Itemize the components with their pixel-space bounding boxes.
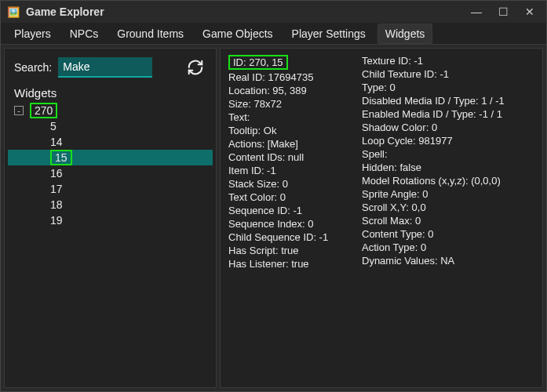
property-row: Loop Cycle: 981977 (362, 135, 534, 147)
titlebar: 🖼️ Game Explorer ― ☐ ✕ (1, 1, 546, 23)
maximize-button[interactable]: ☐ (493, 5, 513, 18)
details-col-1: ID: 270, 15Real ID: 17694735Location: 95… (228, 55, 354, 270)
property-row: Texture ID: -1 (362, 55, 534, 67)
expander-icon[interactable]: - (14, 106, 24, 115)
property-row: Has Script: true (228, 245, 354, 256)
property-row: Disabled Media ID / Type: 1 / -1 (362, 95, 534, 107)
property-row: Real ID: 17694735 (228, 71, 354, 83)
sidebar: Search: Widgets -2705141516171819 (4, 48, 217, 388)
refresh-button[interactable] (184, 56, 206, 78)
tree-child-label: 15 (50, 150, 72, 165)
tab-player-settings[interactable]: Player Settings (285, 24, 373, 43)
widget-tree[interactable]: -2705141516171819 (8, 103, 213, 383)
search-input[interactable] (58, 57, 152, 78)
close-button[interactable]: ✕ (520, 5, 540, 18)
tab-bar: PlayersNPCsGround ItemsGame ObjectsPlaye… (1, 23, 546, 45)
property-row: Text Color: 0 (228, 191, 354, 203)
tree-child-node[interactable]: 5 (8, 118, 213, 134)
property-row: ID: 270, 15 (228, 55, 288, 70)
tree-child-node[interactable]: 16 (8, 165, 213, 181)
minimize-button[interactable]: ― (466, 5, 487, 18)
property-row: Location: 95, 389 (228, 85, 354, 96)
property-row: Actions: [Make] (228, 138, 354, 150)
tree-child-node[interactable]: 14 (8, 134, 213, 150)
app-icon: 🖼️ (7, 5, 20, 18)
property-row: Content IDs: null (228, 151, 354, 163)
property-row: Scroll X,Y: 0,0 (362, 201, 534, 213)
property-row: Item ID: -1 (228, 165, 354, 176)
property-row: Spell: (362, 148, 534, 160)
tree-root-node[interactable]: -270 (8, 103, 213, 118)
tree-child-node[interactable]: 18 (8, 197, 213, 212)
content: Search: Widgets -2705141516171819 ID: 27… (1, 45, 546, 391)
search-label: Search: (14, 61, 52, 74)
property-row: Shadow Color: 0 (362, 122, 534, 133)
property-row: Sprite Angle: 0 (362, 188, 534, 200)
property-row: Stack Size: 0 (228, 178, 354, 190)
property-row: Text: (228, 111, 354, 123)
property-row: Child Sequence ID: -1 (228, 231, 354, 243)
property-row: Child Texture ID: -1 (362, 68, 534, 80)
tree-header: Widgets (8, 86, 213, 103)
details-col-2: Texture ID: -1Child Texture ID: -1Type: … (362, 55, 534, 270)
property-row: Action Type: 0 (362, 241, 534, 253)
window-title: Game Explorer (26, 5, 104, 18)
search-row: Search: (8, 53, 213, 86)
property-row: Scroll Max: 0 (362, 215, 534, 227)
property-row: Size: 78x72 (228, 98, 354, 110)
tree-child-node[interactable]: 19 (8, 212, 213, 228)
property-row: Enabled Media ID / Type: -1 / 1 (362, 108, 534, 120)
tab-npcs[interactable]: NPCs (63, 24, 106, 43)
tab-widgets[interactable]: Widgets (377, 24, 433, 44)
property-row: Dynamic Values: NA (362, 255, 534, 267)
property-row: Tooltip: Ok (228, 125, 354, 136)
property-row: Sequence Index: 0 (228, 218, 354, 230)
tree-child-node[interactable]: 17 (8, 181, 213, 197)
property-row: Has Listener: true (228, 258, 354, 270)
tab-players[interactable]: Players (7, 24, 58, 43)
tab-game-objects[interactable]: Game Objects (195, 24, 279, 43)
details-panel: ID: 270, 15Real ID: 17694735Location: 95… (220, 48, 543, 388)
property-row: Content Type: 0 (362, 228, 534, 240)
property-row: Hidden: false (362, 162, 534, 173)
tree-root-label: 270 (30, 103, 57, 118)
refresh-icon (187, 59, 204, 76)
property-row: Sequence ID: -1 (228, 205, 354, 216)
property-row: Model Rotations (x,y,z): (0,0,0) (362, 175, 534, 187)
tab-ground-items[interactable]: Ground Items (110, 24, 191, 43)
property-row: Type: 0 (362, 82, 534, 93)
tree-child-node[interactable]: 15 (8, 150, 213, 165)
